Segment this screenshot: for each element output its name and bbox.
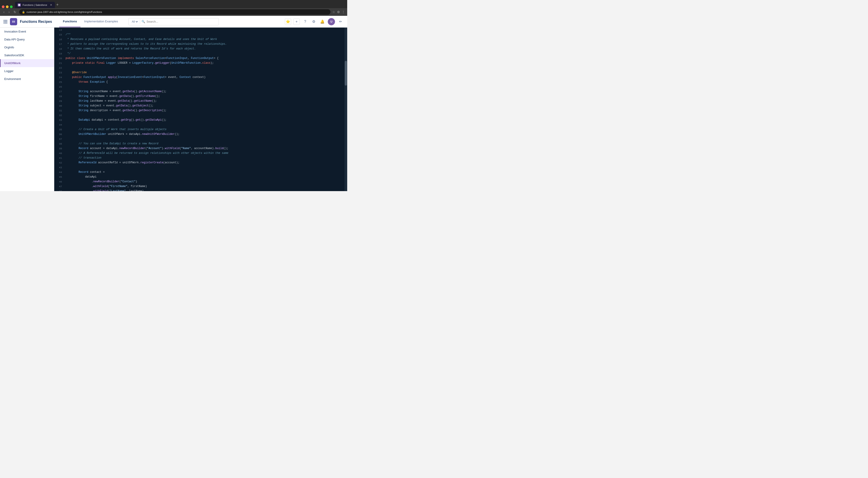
code-line-32: 32 xyxy=(54,113,347,118)
nav-tabs: Functions Implementation Examples xyxy=(59,16,122,27)
svg-point-0 xyxy=(18,4,20,6)
code-content[interactable]: 14 15 /** 16 * Receives a payload contai… xyxy=(54,28,347,191)
favorites-button[interactable]: ⭐ xyxy=(285,19,291,25)
tab-title: Functions | Salesforce xyxy=(23,4,47,6)
notifications-button[interactable]: 🔔 xyxy=(319,19,326,25)
sidebar-item-data-api-query[interactable]: Data API Query xyxy=(0,35,54,43)
code-line-20: 20 public class UnitOfWorkFunction imple… xyxy=(54,56,347,61)
sidebar-item-salesforce-sdk[interactable]: SalesforceSDK xyxy=(0,51,54,59)
code-line-15: 15 /** xyxy=(54,32,347,37)
code-line-48: 48 .withField("LastName", lastName) xyxy=(54,189,347,191)
code-line-22: 22 xyxy=(54,65,347,70)
code-line-19: 19 */ xyxy=(54,51,347,56)
url-text: customer-java-1007-dev-ed.lightning.forc… xyxy=(26,11,102,13)
code-line-43: 43 xyxy=(54,165,347,170)
code-line-27: 27 String accountName = event.getData().… xyxy=(54,89,347,94)
global-search-bar[interactable]: All 🔍 xyxy=(128,18,219,25)
code-line-14: 14 xyxy=(54,28,347,32)
back-button[interactable]: ‹ xyxy=(2,10,6,14)
browser-tabs: Functions | Salesforce ✕ + xyxy=(0,0,347,8)
add-button[interactable]: + xyxy=(293,19,300,25)
browser-chrome: Functions | Salesforce ✕ + ‹ › ↻ 🔒 custo… xyxy=(0,0,347,16)
sf-header-wrapper: Functions Recipes All 🔍 Functions Implem… xyxy=(0,16,347,28)
browser-toolbar: ‹ › ↻ 🔒 customer-java-1007-dev-ed.lightn… xyxy=(0,8,347,16)
content-area: Invocation Event Data API Query OrgInfo … xyxy=(0,28,347,191)
code-line-25: 25 throws Exception { xyxy=(54,80,347,85)
code-line-42: 42 ReferenceId accountRefId = unitOfWork… xyxy=(54,160,347,165)
traffic-lights xyxy=(2,5,14,8)
code-line-46: 46 .newRecordBuilder("Contact") xyxy=(54,179,347,184)
new-tab-button[interactable]: + xyxy=(55,2,60,8)
sidebar-item-invocation-event[interactable]: Invocation Event xyxy=(0,28,54,35)
scrollbar-thumb[interactable] xyxy=(345,61,347,86)
code-line-35: 35 // Create a Unit of Work that inserts… xyxy=(54,127,347,132)
forward-button[interactable]: › xyxy=(7,10,11,14)
code-line-23: 23 @Override xyxy=(54,70,347,75)
app-launcher-icon xyxy=(4,20,7,24)
scrollbar-track[interactable] xyxy=(344,28,347,191)
url-bar[interactable]: 🔒 customer-java-1007-dev-ed.lightning.fo… xyxy=(19,9,331,15)
tab-functions[interactable]: Functions xyxy=(59,16,81,27)
code-line-38: 38 // You can use the DataApi to create … xyxy=(54,141,347,146)
user-avatar[interactable]: U xyxy=(328,18,335,25)
browser-actions: ☆ ⚙ ⋮ xyxy=(332,10,345,14)
sidebar: Invocation Event Data API Query OrgInfo … xyxy=(0,28,54,191)
maximize-button[interactable] xyxy=(10,5,13,8)
sf-header: Functions Recipes All 🔍 Functions Implem… xyxy=(0,16,347,28)
code-line-18: 18 * It then commits the unit of work an… xyxy=(54,46,347,51)
tab-favicon xyxy=(18,3,21,6)
sidebar-item-unit-of-work[interactable]: UnitOfWork xyxy=(0,59,54,67)
code-line-29: 29 String lastName = event.getData().get… xyxy=(54,99,347,103)
sidebar-item-logger[interactable]: Logger xyxy=(0,67,54,75)
code-line-24: 24 public FunctionOutput apply(Invocatio… xyxy=(54,75,347,80)
code-line-47: 47 .withField("FirstName", firstName) xyxy=(54,184,347,189)
minimize-button[interactable] xyxy=(6,5,8,8)
extensions-button[interactable]: ⚙ xyxy=(337,10,340,14)
code-line-17: 17 * pattern to assign the corresponding… xyxy=(54,42,347,46)
tab-close-button[interactable]: ✕ xyxy=(50,3,52,6)
search-icon: 🔍 xyxy=(142,20,145,23)
code-line-36: 36 UnitOfWorkBuilder unitOfWork = dataAp… xyxy=(54,132,347,137)
code-line-28: 28 String firstName = event.getData().ge… xyxy=(54,94,347,99)
code-line-40: 40 // A ReferenceId will be returned to … xyxy=(54,151,347,156)
setup-button[interactable]: ⚙ xyxy=(311,19,317,25)
code-line-26: 26 xyxy=(54,85,347,89)
code-line-34: 34 xyxy=(54,122,347,127)
search-divider xyxy=(140,20,140,24)
code-line-39: 39 Record account = dataApi.newRecordBui… xyxy=(54,146,347,151)
search-filter-select[interactable]: All xyxy=(131,20,138,24)
lock-icon: 🔒 xyxy=(22,11,25,13)
sidebar-item-orginfo[interactable]: OrgInfo xyxy=(0,43,54,51)
code-line-44: 44 Record contact = xyxy=(54,170,347,174)
close-button[interactable] xyxy=(2,5,4,8)
tab-implementation-examples[interactable]: Implementation Examples xyxy=(81,16,122,27)
code-line-30: 30 String subject = event.getData().getS… xyxy=(54,103,347,108)
code-line-16: 16 * Receives a payload containing Accou… xyxy=(54,37,347,42)
bookmark-button[interactable]: ☆ xyxy=(332,10,335,14)
active-tab[interactable]: Functions | Salesforce ✕ xyxy=(15,2,55,8)
code-line-41: 41 // transaction xyxy=(54,156,347,160)
help-button[interactable]: ? xyxy=(302,19,308,25)
app-launcher-button[interactable] xyxy=(10,18,17,25)
code-line-21: 21 private static final Logger LOGGER = … xyxy=(54,61,347,65)
edit-page-button[interactable]: ✏ xyxy=(337,19,344,25)
sidebar-item-environment[interactable]: Environment xyxy=(0,75,54,83)
code-line-37: 37 xyxy=(54,137,347,141)
code-line-33: 33 DataApi dataApi = context.getOrg().ge… xyxy=(54,118,347,122)
search-input[interactable] xyxy=(147,20,216,23)
menu-button[interactable]: ⋮ xyxy=(342,10,345,14)
code-line-31: 31 String description = event.getData().… xyxy=(54,108,347,113)
header-right-actions: ⭐ + ? ⚙ 🔔 U ✏ xyxy=(285,18,344,25)
code-editor: 14 15 /** 16 * Receives a payload contai… xyxy=(54,28,347,191)
app-name: Functions Recipes xyxy=(20,20,52,24)
code-line-45: 45 dataApi xyxy=(54,174,347,179)
reload-button[interactable]: ↻ xyxy=(12,10,18,14)
